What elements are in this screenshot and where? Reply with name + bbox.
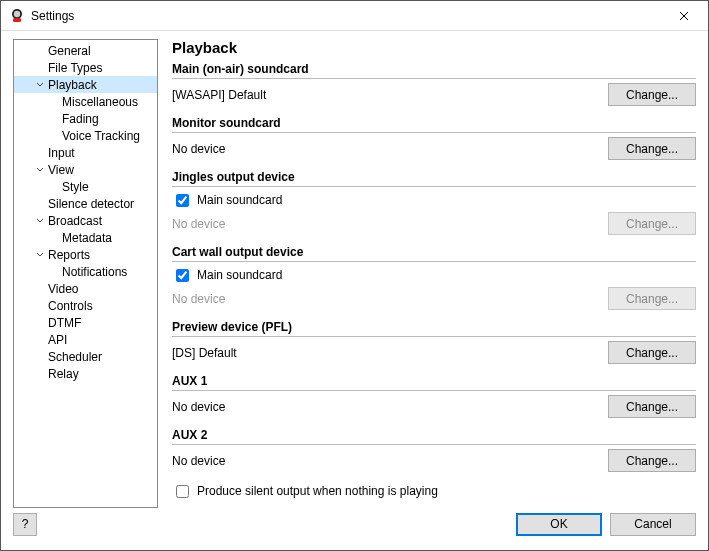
tree-item-style[interactable]: Style xyxy=(14,178,157,195)
change-button[interactable]: Change... xyxy=(608,341,696,364)
svg-point-1 xyxy=(14,10,20,16)
section-title: AUX 2 xyxy=(172,428,696,445)
change-button: Change... xyxy=(608,212,696,235)
page-title: Playback xyxy=(172,39,696,56)
tree-item-label: Scheduler xyxy=(46,350,102,364)
section-jingles-output: Jingles output device Main soundcard No … xyxy=(172,170,696,235)
tree-item-label: Video xyxy=(46,282,78,296)
device-value: No device xyxy=(172,400,600,414)
section-aux2: AUX 2 No device Change... xyxy=(172,428,696,472)
change-button: Change... xyxy=(608,287,696,310)
tree-item-label: View xyxy=(46,163,74,177)
device-value: No device xyxy=(172,292,600,306)
tree-item-scheduler[interactable]: Scheduler xyxy=(14,348,157,365)
tree-item-label: Metadata xyxy=(60,231,112,245)
tree-item-label: Controls xyxy=(46,299,93,313)
tree-item-label: Voice Tracking xyxy=(60,129,140,143)
tree-item-video[interactable]: Video xyxy=(14,280,157,297)
silent-output-checkbox[interactable] xyxy=(176,485,189,498)
tree-item-label: DTMF xyxy=(46,316,81,330)
tree-item-label: Silence detector xyxy=(46,197,134,211)
tree-item-label: Broadcast xyxy=(46,214,102,228)
tree-item-playback[interactable]: Playback xyxy=(14,76,157,93)
tree-item-voice-tracking[interactable]: Voice Tracking xyxy=(14,127,157,144)
section-title: AUX 1 xyxy=(172,374,696,391)
help-button[interactable]: ? xyxy=(13,513,37,536)
tree-item-miscellaneous[interactable]: Miscellaneous xyxy=(14,93,157,110)
tree-item-broadcast[interactable]: Broadcast xyxy=(14,212,157,229)
close-icon xyxy=(679,8,689,24)
change-button[interactable]: Change... xyxy=(608,83,696,106)
device-value: No device xyxy=(172,217,600,231)
nav-tree[interactable]: GeneralFile TypesPlaybackMiscellaneousFa… xyxy=(13,39,158,508)
tree-item-label: Input xyxy=(46,146,75,160)
tree-item-label: Miscellaneous xyxy=(60,95,138,109)
change-button[interactable]: Change... xyxy=(608,449,696,472)
tree-item-label: Playback xyxy=(46,78,97,92)
tree-item-input[interactable]: Input xyxy=(14,144,157,161)
app-icon xyxy=(9,8,25,24)
section-monitor-soundcard: Monitor soundcard No device Change... xyxy=(172,116,696,160)
main-soundcard-checkbox[interactable] xyxy=(176,269,189,282)
chevron-down-icon xyxy=(34,217,46,225)
settings-panel: Playback Main (on-air) soundcard [WASAPI… xyxy=(158,39,696,508)
tree-item-controls[interactable]: Controls xyxy=(14,297,157,314)
tree-item-metadata[interactable]: Metadata xyxy=(14,229,157,246)
device-value: No device xyxy=(172,454,600,468)
svg-rect-2 xyxy=(13,18,21,22)
dialog-footer: ? OK Cancel xyxy=(1,512,708,544)
silent-output-row: Produce silent output when nothing is pl… xyxy=(172,482,696,500)
tree-item-label: Notifications xyxy=(60,265,127,279)
section-aux1: AUX 1 No device Change... xyxy=(172,374,696,418)
tree-item-file-types[interactable]: File Types xyxy=(14,59,157,76)
section-preview-device: Preview device (PFL) [DS] Default Change… xyxy=(172,320,696,364)
close-button[interactable] xyxy=(661,2,706,30)
checkbox-label: Main soundcard xyxy=(197,193,282,207)
change-button[interactable]: Change... xyxy=(608,395,696,418)
checkbox-label: Main soundcard xyxy=(197,268,282,282)
tree-item-notifications[interactable]: Notifications xyxy=(14,263,157,280)
tree-item-label: Relay xyxy=(46,367,79,381)
section-title: Preview device (PFL) xyxy=(172,320,696,337)
tree-item-api[interactable]: API xyxy=(14,331,157,348)
tree-item-label: Fading xyxy=(60,112,99,126)
tree-item-label: File Types xyxy=(46,61,102,75)
tree-item-label: Style xyxy=(60,180,89,194)
device-value: [WASAPI] Default xyxy=(172,88,600,102)
ok-button[interactable]: OK xyxy=(516,513,602,536)
silent-output-label: Produce silent output when nothing is pl… xyxy=(197,484,438,498)
tree-item-silence-detector[interactable]: Silence detector xyxy=(14,195,157,212)
tree-item-general[interactable]: General xyxy=(14,42,157,59)
titlebar: Settings xyxy=(1,1,708,31)
cancel-button[interactable]: Cancel xyxy=(610,513,696,536)
chevron-down-icon xyxy=(34,251,46,259)
tree-item-view[interactable]: View xyxy=(14,161,157,178)
tree-item-reports[interactable]: Reports xyxy=(14,246,157,263)
change-button[interactable]: Change... xyxy=(608,137,696,160)
section-title: Cart wall output device xyxy=(172,245,696,262)
tree-item-label: Reports xyxy=(46,248,90,262)
section-title: Monitor soundcard xyxy=(172,116,696,133)
tree-item-relay[interactable]: Relay xyxy=(14,365,157,382)
device-value: No device xyxy=(172,142,600,156)
tree-item-label: API xyxy=(46,333,67,347)
chevron-down-icon xyxy=(34,166,46,174)
section-main-soundcard: Main (on-air) soundcard [WASAPI] Default… xyxy=(172,62,696,106)
section-cartwall-output: Cart wall output device Main soundcard N… xyxy=(172,245,696,310)
window-title: Settings xyxy=(31,9,74,23)
tree-item-dtmf[interactable]: DTMF xyxy=(14,314,157,331)
section-title: Jingles output device xyxy=(172,170,696,187)
device-value: [DS] Default xyxy=(172,346,600,360)
main-soundcard-checkbox[interactable] xyxy=(176,194,189,207)
chevron-down-icon xyxy=(34,81,46,89)
tree-item-label: General xyxy=(46,44,91,58)
tree-item-fading[interactable]: Fading xyxy=(14,110,157,127)
section-title: Main (on-air) soundcard xyxy=(172,62,696,79)
